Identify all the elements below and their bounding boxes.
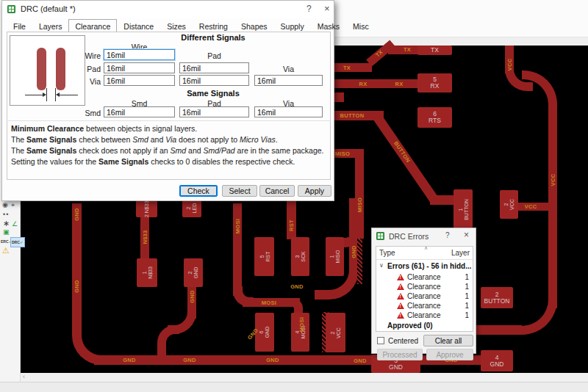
error-row-layer[interactable]: 1 bbox=[465, 302, 469, 310]
net-label-miso: MISO bbox=[356, 197, 363, 212]
pad-net-name: N$33 bbox=[144, 200, 149, 213]
clearance-input-via-via[interactable] bbox=[254, 75, 323, 86]
pad-net-name: RTS bbox=[429, 117, 441, 124]
pad-net-name: GND bbox=[265, 327, 270, 338]
centered-checkbox-label: Centered bbox=[388, 337, 418, 345]
net-label-gnd: GND bbox=[354, 357, 367, 364]
trace-gnd2-drop[interactable] bbox=[157, 345, 166, 360]
error-row-layer[interactable]: 1 bbox=[465, 311, 469, 319]
horizontal-scrollbar[interactable]: ‹ bbox=[21, 373, 588, 382]
pad-n33-2[interactable]: 2 N$33 bbox=[136, 200, 157, 217]
approve-button[interactable]: Approve bbox=[426, 349, 473, 360]
pad-button-2[interactable]: 2BUTTON bbox=[481, 287, 513, 308]
pad-rts-6[interactable]: 6RTS bbox=[417, 107, 452, 128]
note-minimum-clearance: Minimum Clearance between objects in sig… bbox=[11, 124, 197, 133]
approved-group-header[interactable]: Approved (0) bbox=[387, 322, 433, 330]
pad-vcc-2[interactable]: 2VCC bbox=[326, 313, 345, 352]
error-warning-icon bbox=[397, 283, 404, 290]
error-row-layer[interactable]: 1 bbox=[465, 273, 469, 281]
check-button[interactable]: Check bbox=[179, 185, 218, 197]
error-list[interactable]: Type ∧ Layer ∨ Errors (61) - 56 in hidd.… bbox=[376, 246, 473, 332]
net-label-n33: N$33 bbox=[142, 230, 148, 244]
tab-misc[interactable]: Misc bbox=[346, 20, 376, 33]
scroll-left-arrow[interactable]: ‹ bbox=[23, 373, 25, 380]
clearance-input-smd-smd[interactable] bbox=[104, 106, 175, 117]
trace-button-end[interactable] bbox=[430, 195, 455, 205]
pad-led-2[interactable]: 2LED bbox=[182, 199, 201, 217]
drc-dialog-titlebar[interactable]: DRC (default *) ? × bbox=[2, 1, 334, 18]
pad-vcc-2-right[interactable]: 2VCC bbox=[500, 190, 518, 219]
close-icon[interactable]: × bbox=[464, 230, 469, 240]
warning-icon[interactable]: ⚠ bbox=[2, 247, 10, 255]
processed-button[interactable]: Processed bbox=[377, 349, 423, 360]
clearance-input-pad-pad[interactable] bbox=[179, 62, 249, 73]
row-label-via: Via bbox=[68, 77, 101, 86]
trace-vcc-right[interactable] bbox=[548, 137, 557, 308]
help-icon[interactable]: ? bbox=[445, 231, 450, 239]
select-button[interactable]: Select bbox=[222, 185, 257, 197]
clearance-input-wire-wire[interactable] bbox=[104, 49, 175, 60]
error-row-layer[interactable]: 1 bbox=[465, 292, 469, 300]
pad-net-name: SCK bbox=[301, 251, 306, 261]
layer-icon[interactable]: ▣ bbox=[3, 228, 10, 236]
trace-mosi-vertical[interactable] bbox=[233, 203, 242, 296]
cancel-button[interactable]: Cancel bbox=[259, 185, 295, 197]
pad-number: 2 bbox=[503, 203, 509, 206]
trace-gnd-left[interactable] bbox=[72, 203, 82, 334]
apply-button[interactable]: Apply bbox=[298, 185, 331, 197]
pad-rst-5[interactable]: 5RST bbox=[254, 237, 274, 276]
erc-label: ERC bbox=[1, 239, 9, 244]
errors-group-header[interactable]: Errors (61) - 56 in hidd... bbox=[387, 262, 471, 270]
pad-number: 1 bbox=[458, 208, 463, 211]
net-label-rx: RX bbox=[395, 81, 403, 87]
dimension-line bbox=[25, 95, 43, 95]
drc-check-icon[interactable]: DRC✓ bbox=[10, 237, 25, 247]
net-label-mosi: MOSI bbox=[262, 300, 276, 306]
trace-rx[interactable] bbox=[323, 79, 419, 88]
net-label-miso: MISO bbox=[335, 150, 350, 157]
clearance-input-smd-via[interactable] bbox=[254, 106, 323, 117]
clearance-input-pad-wire[interactable] bbox=[104, 62, 175, 73]
net-label-tx: TX bbox=[343, 65, 351, 71]
clearance-input-via-wire[interactable] bbox=[104, 75, 175, 86]
pad-tx[interactable]: TX bbox=[417, 46, 452, 55]
pad-sck-3[interactable]: 3SCK bbox=[291, 237, 309, 276]
clearance-input-smd-pad[interactable] bbox=[179, 106, 249, 117]
eye-icon[interactable]: ◉ bbox=[2, 201, 8, 209]
column-header-type[interactable]: Type bbox=[379, 249, 395, 257]
trace-vcc-bottom[interactable] bbox=[470, 325, 522, 335]
crosshair-icon[interactable]: ⌖ bbox=[11, 201, 15, 209]
pad-miso-1[interactable]: 1MISO bbox=[326, 237, 344, 276]
pad-gnd-4[interactable]: 4GND bbox=[481, 350, 513, 371]
pad-button-1[interactable]: 1BUTTON bbox=[453, 189, 473, 229]
same-signals-heading: Same Signals bbox=[104, 89, 323, 98]
expander-icon[interactable]: ∨ bbox=[379, 262, 384, 269]
error-row-type[interactable]: Clearance bbox=[407, 292, 441, 300]
measure-icon[interactable]: ∠ bbox=[12, 220, 18, 228]
clear-all-button[interactable]: Clear all bbox=[423, 335, 473, 346]
error-row-type[interactable]: Clearance bbox=[407, 273, 441, 281]
error-warning-icon bbox=[397, 293, 404, 300]
spray-icon[interactable]: ∗ bbox=[3, 219, 10, 228]
smd-pad-shape bbox=[37, 48, 46, 90]
net-label-gnd: GND bbox=[189, 290, 196, 303]
error-row-type[interactable]: Clearance bbox=[407, 283, 441, 291]
different-signals-heading: Different Signals bbox=[104, 33, 323, 42]
error-row-type[interactable]: Clearance bbox=[407, 302, 441, 310]
drc-label: DRC bbox=[12, 240, 20, 244]
pad-n33-1[interactable]: 1N$33 bbox=[137, 258, 157, 287]
help-icon[interactable]: ? bbox=[306, 4, 312, 14]
centered-checkbox[interactable] bbox=[377, 337, 384, 344]
close-icon[interactable]: × bbox=[324, 3, 330, 14]
dots-icon[interactable]: •• bbox=[3, 211, 9, 219]
error-row-layer[interactable]: 1 bbox=[465, 283, 469, 291]
column-header-layer[interactable]: Layer bbox=[451, 249, 470, 257]
drc-dialog: DRC (default *) ? × File Layers Clearanc… bbox=[1, 0, 334, 201]
pad-number: 1 bbox=[329, 255, 334, 258]
clearance-input-via-pad[interactable] bbox=[179, 75, 249, 86]
pad-gnd-2[interactable]: 2GND bbox=[184, 258, 203, 287]
drc-app-icon bbox=[7, 5, 15, 13]
error-row-type[interactable]: Clearance bbox=[407, 311, 441, 319]
pad-net-name: N$33 bbox=[147, 266, 152, 279]
pad-rx-5[interactable]: 5RX bbox=[417, 73, 452, 92]
